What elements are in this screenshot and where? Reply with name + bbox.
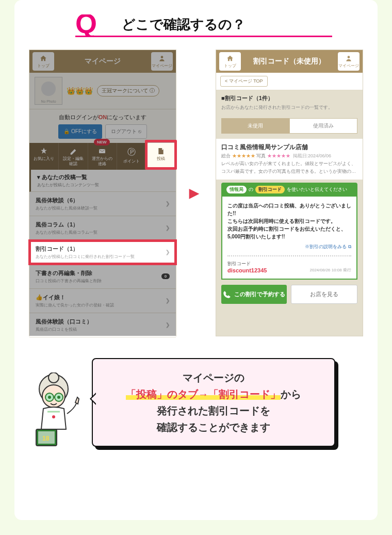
crown-info-button[interactable]: 王冠マークについて ⓘ bbox=[97, 85, 159, 96]
store-title: 口コミ風俗情報局サンプル店舗 bbox=[221, 143, 357, 152]
item4-title: 下書きの再編集・削除 bbox=[36, 270, 92, 276]
login-on: ON bbox=[99, 114, 107, 120]
chevron-right-icon: ❯ bbox=[166, 249, 170, 255]
tab-settings[interactable]: 設定・編集 確認 bbox=[59, 143, 88, 170]
avatar-placeholder: No Photo bbox=[35, 77, 62, 105]
question-heading: Q どこで確認するの？ bbox=[75, 14, 332, 37]
svg-point-11 bbox=[52, 415, 55, 418]
item5-title: 👍イイ娘！ bbox=[36, 294, 66, 300]
profile-row: No Photo 👑👑👑 王冠マークについて ⓘ bbox=[29, 73, 176, 109]
crown-icons: 👑👑👑 bbox=[67, 87, 93, 95]
avatar-label: No Photo bbox=[41, 100, 56, 103]
store-card: 口コミ風俗情報局サンプル店舗 総合 ★★★★★ 写真 ★★★★★ 掲載日:202… bbox=[216, 139, 363, 180]
rating-photo-stars: ★★★★★ bbox=[267, 153, 290, 158]
chevron-right-icon: ❯ bbox=[166, 225, 170, 231]
list-item-columns[interactable]: 風俗コラム（1）あなたが投稿した風俗コラム一覧 ❯ bbox=[29, 216, 176, 240]
login-text-post: になっています bbox=[107, 114, 146, 120]
navbar: トップ マイページ マイページ bbox=[29, 50, 176, 73]
item3-sub: あなたが投稿した口コミに発行された割引コード一覧 bbox=[36, 254, 135, 260]
list-item-discount-codes[interactable]: 割引コード（1）あなたが投稿した口コミに発行された割引コード一覧 ❯ bbox=[29, 240, 176, 265]
list-item-good-girl[interactable]: 👍イイ娘！実際に遊んで良かった女の子の登録・確認 ❯ bbox=[29, 289, 176, 313]
new-badge: NEW bbox=[94, 139, 110, 145]
code-label: 割引コード bbox=[227, 261, 251, 266]
speech-bubble: マイページの 「投稿」のタブ→「割引コード」から 発行された割引コードを 確認す… bbox=[92, 358, 335, 447]
draft-count-badge: 0 bbox=[161, 273, 170, 279]
divider bbox=[227, 255, 351, 256]
svg-point-4 bbox=[48, 372, 59, 383]
svg-rect-1 bbox=[99, 149, 105, 153]
nav-mypage-button[interactable]: マイページ bbox=[338, 52, 360, 71]
bubble-line-2: 「投稿」のタブ→「割引コード」から bbox=[106, 386, 321, 402]
navbar-title: マイページ bbox=[85, 57, 121, 66]
points-icon: Ⓟ bbox=[127, 147, 136, 158]
bubble-line-3: 発行された割引コードを bbox=[106, 402, 321, 419]
item1-title: 風俗体験談（6） bbox=[36, 197, 78, 203]
svg-point-10 bbox=[57, 396, 60, 399]
posts-list-header: ▾ あなたの投稿一覧 あなたが投稿したコンテンツ一覧 bbox=[29, 170, 176, 192]
item2-title: 風俗コラム（1） bbox=[36, 221, 78, 228]
breadcrumb-back-button[interactable]: < マイページ TOP bbox=[220, 76, 268, 87]
code-msg-2: こちらは次回利用時に使える割引コードです。 bbox=[227, 217, 351, 225]
reserve-label: この割引で予約する bbox=[234, 290, 285, 298]
tab-favorites-label: お気に入り bbox=[34, 156, 54, 161]
discount-explain-link[interactable]: ※割引の説明をみる ⧉ bbox=[227, 244, 351, 250]
reserve-button[interactable]: この割引で予約する bbox=[221, 285, 287, 304]
posts-header-sub: あなたが投稿したコンテンツ一覧 bbox=[37, 183, 99, 187]
nav-mypage-label: マイページ bbox=[338, 63, 359, 69]
cta-row: この割引で予約する お店を見る bbox=[221, 285, 357, 304]
code-msg-1: この度は当店への口コミ投稿、ありがとうございました!! bbox=[227, 202, 351, 217]
list-item-reviews[interactable]: 風俗体験談（口コミ）風俗店の口コミを投稿 ❯ bbox=[29, 313, 176, 337]
q-marker: Q bbox=[75, 14, 97, 37]
section-subtext: お店からあなたに発行された割引コードの一覧です。 bbox=[216, 104, 363, 115]
item3-title: 割引コード（1） bbox=[36, 246, 78, 252]
info-banner: 情報局 の 割引コード を使いたいと伝えてください bbox=[221, 183, 357, 197]
screenshot-mypage: トップ マイページ マイページ No Photo 👑👑👑 王冠マークについて ⓘ… bbox=[29, 50, 176, 336]
tab-posts[interactable]: 投稿 bbox=[146, 143, 176, 170]
svg-point-0 bbox=[161, 56, 164, 58]
nav-mypage-label: マイページ bbox=[152, 63, 172, 69]
item6-sub: 風俗店の口コミを投稿 bbox=[36, 327, 92, 332]
item6-title: 風俗体験談（口コミ） bbox=[36, 318, 92, 325]
tab-favorites[interactable]: お気に入り bbox=[29, 143, 59, 170]
logout-button[interactable]: ログアウト ⎋ bbox=[105, 124, 147, 139]
rating-total-label: 総合 bbox=[221, 153, 231, 158]
rating-row: 総合 ★★★★★ 写真 ★★★★★ 掲載日:2024/06/06 bbox=[221, 153, 357, 159]
post-date: 掲載日:2024/06/06 bbox=[293, 153, 332, 158]
navbar-title: 割引コード（未使用） bbox=[253, 57, 325, 66]
tab-notifications-label: 運営からの 連絡 bbox=[92, 156, 112, 167]
item1-sub: あなたが投稿した風俗体験談一覧 bbox=[36, 205, 97, 211]
banner-rest: を使いたいと伝えてください bbox=[287, 186, 347, 193]
svg-text:18: 18 bbox=[42, 435, 50, 442]
nav-top-button[interactable]: トップ bbox=[219, 52, 241, 71]
nav-top-button[interactable]: トップ bbox=[32, 52, 54, 71]
rating-photo-label: 写真 bbox=[256, 153, 266, 158]
segmented-tabs: 未使用 使用済み bbox=[221, 118, 357, 134]
list-item-experiences[interactable]: 風俗体験談（6）あなたが投稿した風俗体験談一覧 ❯ bbox=[29, 192, 176, 216]
nav-top-label: トップ bbox=[224, 63, 236, 69]
bubble-line2-post: から bbox=[281, 388, 301, 400]
screenshot-discount-page: トップ 割引コード（未使用） マイページ < マイページ TOP ■割引コード（… bbox=[216, 50, 363, 336]
seg-tab-used[interactable]: 使用済み bbox=[289, 118, 357, 134]
nav-mypage-button[interactable]: マイページ bbox=[151, 52, 173, 71]
navbar: トップ 割引コード（未使用） マイページ bbox=[216, 50, 363, 73]
auto-login-row: 自動ログインがONになっています 🔒 OFFにする ログアウト ⎋ bbox=[29, 109, 176, 143]
bubble-highlighted: 「投稿」のタブ→「割引コード」 bbox=[126, 388, 281, 400]
item5-sub: 実際に遊んで良かった女の子の登録・確認 bbox=[36, 302, 114, 308]
tab-notifications[interactable]: 運営からの 連絡 bbox=[88, 143, 118, 170]
svg-point-9 bbox=[48, 396, 51, 399]
chevron-right-icon: ❯ bbox=[166, 298, 170, 303]
svg-point-2 bbox=[348, 56, 350, 58]
turn-off-button[interactable]: 🔒 OFFにする bbox=[58, 124, 102, 139]
view-store-button[interactable]: お店を見る bbox=[291, 285, 357, 304]
tab-points[interactable]: Ⓟ ポイント bbox=[117, 143, 146, 170]
mascot-illustration: 18 bbox=[18, 372, 90, 455]
review-text-2: コスパ最高です。女の子の写真も信用できる。というか実物の… bbox=[221, 168, 357, 175]
question-title: どこで確認するの？ bbox=[122, 15, 246, 34]
discount-code-box: この度は当店への口コミ投稿、ありがとうございました!! こちらは次回利用時に使え… bbox=[221, 197, 357, 280]
list-item-drafts[interactable]: 下書きの再編集・削除口コミ投稿の下書きの再編集と削除 0 bbox=[29, 265, 176, 289]
banner-pill-code: 割引コード bbox=[255, 186, 285, 193]
seg-tab-unused[interactable]: 未使用 bbox=[221, 118, 289, 134]
bubble-line-1: マイページの bbox=[106, 369, 321, 386]
screenshots-row: トップ マイページ マイページ No Photo 👑👑👑 王冠マークについて ⓘ… bbox=[29, 50, 363, 336]
chevron-right-icon: ❯ bbox=[166, 322, 170, 328]
